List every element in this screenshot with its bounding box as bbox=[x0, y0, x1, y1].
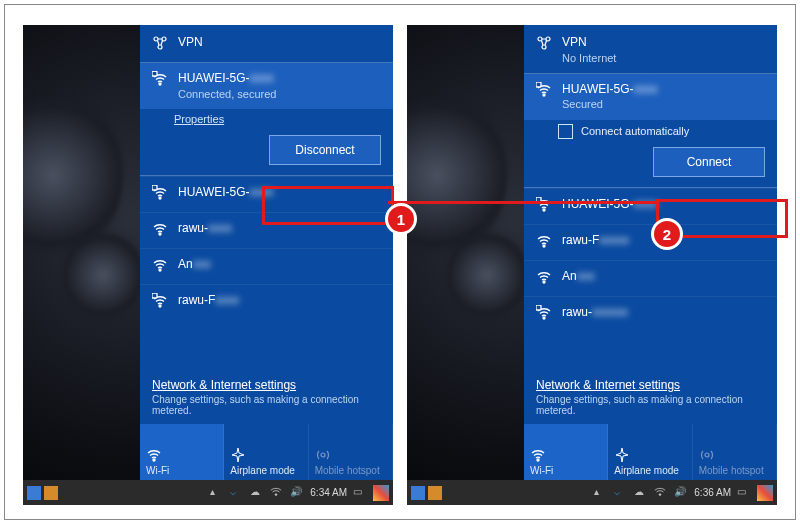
wifi-secured-icon bbox=[152, 185, 168, 204]
wifi-secured-icon bbox=[536, 305, 552, 324]
tray-bluetooth-icon[interactable]: ⌵ bbox=[230, 486, 244, 500]
airplane-mode-tile[interactable]: Airplane mode bbox=[224, 424, 308, 480]
mobile-hotspot-tile[interactable]: Mobile hotspot bbox=[693, 424, 777, 480]
network-row[interactable]: Anxxx bbox=[524, 260, 777, 296]
vpn-icon bbox=[536, 35, 552, 54]
tray-chevron-up-icon[interactable]: ▴ bbox=[594, 486, 608, 500]
selected-network-status: Secured bbox=[562, 97, 664, 111]
properties-link[interactable]: Properties bbox=[174, 113, 393, 125]
taskbar-left bbox=[411, 486, 442, 500]
selected-network-row[interactable]: HUAWEI-5G-xxxx Secured bbox=[524, 74, 777, 120]
svg-point-0 bbox=[154, 37, 158, 41]
tray-onedrive-icon[interactable]: ☁ bbox=[634, 486, 648, 500]
network-row[interactable]: HUAWEI-5G-xxxx bbox=[524, 188, 777, 224]
wifi-icon bbox=[152, 257, 168, 276]
network-row[interactable]: Anxxx bbox=[140, 248, 393, 284]
taskbar-clock[interactable]: 6:34 AM bbox=[310, 487, 347, 498]
vpn-section: VPN No Internet bbox=[524, 25, 777, 74]
wifi-icon bbox=[536, 269, 552, 288]
wifi-secured-icon bbox=[536, 82, 552, 101]
taskbar-app-icon[interactable] bbox=[44, 486, 58, 500]
airplane-icon bbox=[614, 447, 685, 465]
wifi-tile[interactable]: Wi-Fi bbox=[524, 424, 608, 480]
settings-title: Network & Internet settings bbox=[152, 378, 381, 392]
connect-automatically-row[interactable]: Connect automatically bbox=[558, 124, 777, 139]
svg-point-21 bbox=[543, 245, 545, 247]
hotspot-icon bbox=[315, 447, 386, 465]
svg-point-17 bbox=[543, 94, 545, 96]
tray-action-center-icon[interactable]: ▭ bbox=[737, 486, 751, 500]
svg-point-2 bbox=[158, 45, 162, 49]
svg-point-22 bbox=[543, 281, 545, 283]
svg-point-14 bbox=[538, 37, 542, 41]
wifi-secured-icon bbox=[536, 197, 552, 216]
vpn-row[interactable]: VPN No Internet bbox=[524, 25, 777, 73]
selected-network-name: HUAWEI-5G-xxxx bbox=[562, 82, 664, 98]
taskbar-app-icon[interactable] bbox=[428, 486, 442, 500]
screenshot-right: VPN No Internet HUAWEI-5G-xxxx Secured C… bbox=[407, 25, 777, 505]
vpn-status: No Internet bbox=[562, 51, 616, 65]
tray-bluetooth-icon[interactable]: ⌵ bbox=[614, 486, 628, 500]
vpn-label: VPN bbox=[562, 35, 616, 51]
available-networks-list: HUAWEI-5G-xxxx rawu-Fxxxxx Anxxx rawu-xx… bbox=[524, 188, 777, 368]
tray-network-icon[interactable] bbox=[654, 486, 668, 500]
wifi-icon bbox=[536, 233, 552, 252]
network-name: Anxxx bbox=[562, 269, 607, 285]
tray-app-icon[interactable] bbox=[373, 485, 389, 501]
svg-point-27 bbox=[659, 493, 661, 495]
vpn-section: VPN bbox=[140, 25, 393, 63]
tray-network-icon[interactable] bbox=[270, 486, 284, 500]
airplane-mode-tile[interactable]: Airplane mode bbox=[608, 424, 692, 480]
svg-rect-4 bbox=[152, 71, 157, 76]
selected-network-row[interactable]: HUAWEI-5G-xxxx Connected, secured bbox=[140, 63, 393, 109]
svg-point-12 bbox=[321, 453, 325, 457]
network-name: rawu-Fxxxx bbox=[178, 293, 245, 309]
svg-point-7 bbox=[159, 233, 161, 235]
screenshot-left: VPN HUAWEI-5G-xxxx Connected, secured Pr… bbox=[23, 25, 393, 505]
hotspot-icon bbox=[699, 447, 770, 465]
wifi-secured-icon bbox=[152, 293, 168, 312]
svg-rect-20 bbox=[536, 197, 541, 202]
vpn-row[interactable]: VPN bbox=[140, 25, 393, 62]
airplane-icon bbox=[230, 447, 301, 465]
network-row[interactable]: rawu-xxxxxx bbox=[524, 296, 777, 332]
mobile-hotspot-tile[interactable]: Mobile hotspot bbox=[309, 424, 393, 480]
taskbar-app-icon[interactable] bbox=[27, 486, 41, 500]
wifi-icon bbox=[146, 447, 217, 465]
settings-title: Network & Internet settings bbox=[536, 378, 765, 392]
network-row[interactable]: HUAWEI-5G-xxxx bbox=[140, 176, 393, 212]
wifi-tile[interactable]: Wi-Fi bbox=[140, 424, 224, 480]
quick-action-tiles: Wi-Fi Airplane mode Mobile hotspot bbox=[140, 424, 393, 480]
network-row[interactable]: rawu-Fxxxx bbox=[140, 284, 393, 320]
taskbar-clock[interactable]: 6:36 AM bbox=[694, 487, 731, 498]
svg-rect-18 bbox=[536, 82, 541, 87]
vpn-icon bbox=[152, 35, 168, 54]
taskbar-left bbox=[27, 486, 58, 500]
network-settings-link[interactable]: Network & Internet settings Change setti… bbox=[140, 368, 393, 424]
tray-action-center-icon[interactable]: ▭ bbox=[353, 486, 367, 500]
network-row[interactable]: rawu-xxxx bbox=[140, 212, 393, 248]
tray-volume-icon[interactable]: 🔊 bbox=[290, 486, 304, 500]
svg-point-13 bbox=[275, 493, 277, 495]
tray-onedrive-icon[interactable]: ☁ bbox=[250, 486, 264, 500]
network-name: HUAWEI-5G-xxxx bbox=[178, 185, 280, 201]
tray-volume-icon[interactable]: 🔊 bbox=[674, 486, 688, 500]
wifi-icon bbox=[152, 221, 168, 240]
tray-chevron-up-icon[interactable]: ▴ bbox=[210, 486, 224, 500]
svg-point-5 bbox=[159, 197, 161, 199]
network-flyout: VPN HUAWEI-5G-xxxx Connected, secured Pr… bbox=[140, 25, 393, 480]
svg-rect-10 bbox=[152, 293, 157, 298]
checkbox-icon[interactable] bbox=[558, 124, 573, 139]
taskbar-app-icon[interactable] bbox=[411, 486, 425, 500]
disconnect-button[interactable]: Disconnect bbox=[269, 135, 381, 165]
available-networks-list: HUAWEI-5G-xxxx rawu-xxxx Anxxx rawu-Fxxx… bbox=[140, 176, 393, 368]
network-row[interactable]: rawu-Fxxxxx bbox=[524, 224, 777, 260]
screenshot-frame: VPN HUAWEI-5G-xxxx Connected, secured Pr… bbox=[4, 4, 796, 520]
tray-app-icon[interactable] bbox=[757, 485, 773, 501]
connect-button[interactable]: Connect bbox=[653, 147, 765, 177]
network-settings-link[interactable]: Network & Internet settings Change setti… bbox=[524, 368, 777, 424]
svg-rect-6 bbox=[152, 185, 157, 190]
svg-point-8 bbox=[159, 269, 161, 271]
taskbar: ▴ ⌵ ☁ 🔊 6:36 AM ▭ bbox=[407, 480, 777, 505]
wifi-secured-icon bbox=[152, 71, 168, 90]
